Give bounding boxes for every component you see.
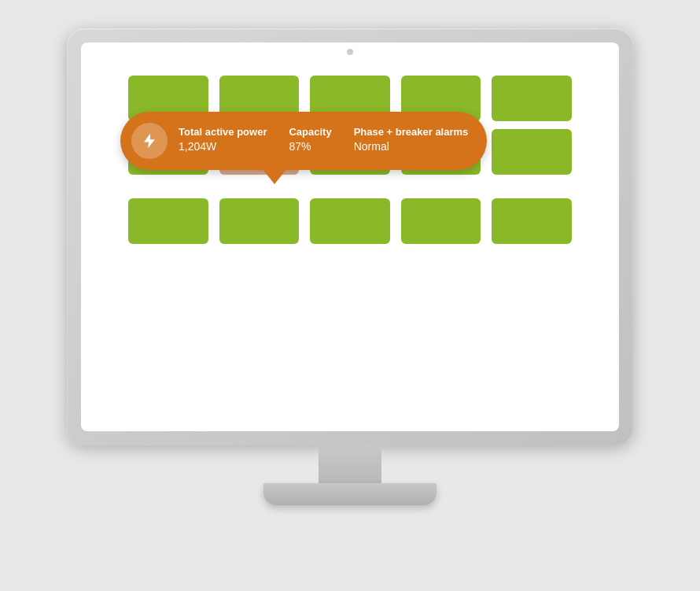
stat-total-power: Total active power 1,204W (179, 126, 267, 154)
stat-value-capacity: 87% (289, 139, 331, 155)
tooltip-bubble: Total active power 1,204W Capacity 87% P… (120, 112, 487, 170)
grid-cell[interactable] (128, 198, 208, 244)
grid-cell[interactable] (492, 198, 572, 244)
stat-label-alarms: Phase + breaker alarms (354, 126, 469, 139)
stat-label-capacity: Capacity (289, 126, 331, 139)
grid-cell[interactable] (492, 129, 572, 175)
grid-cell[interactable] (401, 198, 481, 244)
lightning-icon (131, 123, 168, 159)
monitor: Total active power 1,204W Capacity 87% P… (67, 28, 633, 563)
monitor-neck (319, 445, 381, 483)
tooltip-arrow (262, 168, 287, 184)
monitor-bezel: Total active power 1,204W Capacity 87% P… (67, 28, 633, 445)
stat-capacity: Capacity 87% (289, 126, 331, 154)
grid-cell[interactable] (492, 76, 572, 121)
row-group-bottom (128, 198, 572, 252)
stat-label-power: Total active power (179, 126, 267, 139)
grid-row-3 (128, 198, 572, 244)
monitor-base (263, 483, 437, 505)
tooltip-container[interactable]: Total active power 1,204W Capacity 87% P… (120, 112, 487, 170)
stat-alarms: Phase + breaker alarms Normal (354, 126, 469, 154)
grid-cell[interactable] (219, 198, 300, 244)
grid-cell[interactable] (310, 198, 390, 244)
stat-value-power: 1,204W (179, 139, 267, 155)
stat-value-alarms: Normal (354, 139, 469, 155)
tooltip-stats: Total active power 1,204W Capacity 87% P… (179, 126, 468, 154)
camera-dot (347, 49, 353, 55)
monitor-screen: Total active power 1,204W Capacity 87% P… (81, 42, 619, 431)
